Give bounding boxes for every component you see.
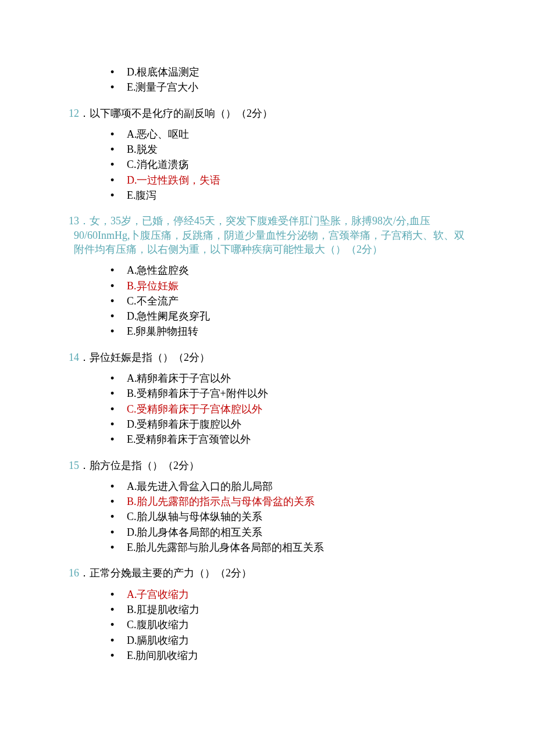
list-item: A.子宫收缩力 (110, 587, 466, 601)
list-item: D.胎儿身体各局部的相互关系 (110, 525, 466, 539)
list-item: B.脱发 (110, 142, 466, 156)
list-item: D.急性阑尾炎穿孔 (110, 309, 466, 323)
option-text: E.受精卵着床于宫颈管以外 (127, 433, 251, 445)
list-item: B.异位妊娠 (110, 279, 466, 293)
list-item: D.一过性跌倒，失语 (110, 173, 466, 187)
question-13-options: A.急性盆腔炎 B.异位妊娠 C.不全流产 D.急性阑尾炎穿孔 E.卵巢肿物扭转 (69, 263, 466, 338)
question-13: 13．女，35岁，已婚，停经45天，突发下腹难受伴肛门坠胀，脉搏98次/分,血压… (69, 214, 466, 256)
question-number: 15 (69, 460, 79, 471)
question-14: 14．异位妊娠是指（）（2分） (69, 350, 466, 364)
option-text: C.消化道溃疡 (127, 159, 189, 170)
list-item: E.胎儿先露部与胎儿身体各局部的相互关系 (110, 540, 466, 554)
option-text: A.子宫收缩力 (127, 589, 190, 600)
list-item: E.卵巢肿物扭转 (110, 324, 466, 338)
question-12: 12．以下哪项不是化疗的副反响（）（2分） (69, 106, 466, 120)
prev-question-options: D.根底体温测定 E.测量子宫大小 (69, 65, 466, 95)
option-text: D.受精卵着床于腹腔以外 (127, 418, 242, 430)
list-item: C.消化道溃疡 (110, 157, 466, 171)
list-item: A.恶心、呕吐 (110, 127, 466, 141)
option-text: B.脱发 (127, 144, 158, 155)
option-text: A.急性盆腔炎 (127, 264, 190, 276)
question-12-options: A.恶心、呕吐 B.脱发 C.消化道溃疡 D.一过性跌倒，失语 E.腹泻 (69, 127, 466, 202)
list-item: E.腹泻 (110, 188, 466, 202)
question-stem: ．女，35岁，已婚，停经45天，突发下腹难受伴肛门坠胀，脉搏98次/分,血压90… (74, 215, 465, 255)
page-content: D.根底体温测定 E.测量子宫大小 12．以下哪项不是化疗的副反响（）（2分） … (0, 0, 535, 721)
option-text: C.不全流产 (127, 295, 179, 307)
option-text: C.胎儿纵轴与母体纵轴的关系 (127, 511, 262, 522)
question-stem: ．异位妊娠是指（）（2分） (79, 352, 210, 363)
list-item: C.不全流产 (110, 294, 466, 308)
question-stem: ．胎方位是指（）（2分） (79, 460, 199, 471)
list-item: C.受精卵着床于子宫体腔以外 (110, 402, 466, 416)
option-text: E.测量子宫大小 (127, 81, 199, 93)
option-text: E.腹泻 (127, 189, 157, 201)
list-item: A.最先进入骨盆入口的胎儿局部 (110, 479, 466, 493)
question-16-options: A.子宫收缩力 B.肛提肌收缩力 C.腹肌收缩力 D.膈肌收缩力 E.肋间肌收缩… (69, 587, 466, 662)
question-15: 15．胎方位是指（）（2分） (69, 458, 466, 472)
question-number: 14 (69, 352, 79, 363)
list-item: D.根底体温测定 (110, 65, 466, 79)
question-14-options: A.精卵着床于子宫以外 B.受精卵着床于子宫+附件以外 C.受精卵着床于子宫体腔… (69, 371, 466, 446)
option-text: A.最先进入骨盆入口的胎儿局部 (127, 481, 273, 492)
question-number: 13 (69, 215, 79, 227)
option-text: D.胎儿身体各局部的相互关系 (127, 526, 263, 538)
list-item: C.腹肌收缩力 (110, 618, 466, 632)
list-item: B.受精卵着床于子宫+附件以外 (110, 386, 466, 400)
list-item: E.测量子宫大小 (110, 80, 466, 94)
option-text: D.急性阑尾炎穿孔 (127, 310, 211, 322)
option-text: C.受精卵着床于子宫体腔以外 (127, 403, 262, 415)
option-text: B.肛提肌收缩力 (127, 604, 199, 615)
list-item: A.精卵着床于子宫以外 (110, 371, 466, 385)
list-item: B.胎儿先露部的指示点与母体骨盆的关系 (110, 495, 466, 508)
option-text: E.肋间肌收缩力 (127, 650, 199, 661)
question-16: 16．正常分娩最主要的产力（）（2分） (69, 566, 466, 580)
list-item: E.肋间肌收缩力 (110, 648, 466, 662)
question-number: 12 (69, 108, 79, 119)
list-item: D.膈肌收缩力 (110, 633, 466, 647)
option-text: D.膈肌收缩力 (127, 635, 190, 646)
question-number: 16 (69, 567, 79, 579)
option-text: B.胎儿先露部的指示点与母体骨盆的关系 (127, 496, 315, 507)
option-text: B.受精卵着床于子宫+附件以外 (127, 388, 268, 399)
question-15-options: A.最先进入骨盆入口的胎儿局部 B.胎儿先露部的指示点与母体骨盆的关系 C.胎儿… (69, 479, 466, 554)
list-item: E.受精卵着床于宫颈管以外 (110, 432, 466, 446)
option-text: A.精卵着床于子宫以外 (127, 372, 231, 384)
list-item: C.胎儿纵轴与母体纵轴的关系 (110, 510, 466, 524)
option-text: C.腹肌收缩力 (127, 619, 189, 630)
question-stem: ．以下哪项不是化疗的副反响（）（2分） (79, 108, 273, 119)
list-item: A.急性盆腔炎 (110, 263, 466, 277)
option-text: E.卵巢肿物扭转 (127, 325, 199, 337)
question-stem: ．正常分娩最主要的产力（）（2分） (79, 567, 252, 579)
option-text: D.根底体温测定 (127, 66, 200, 78)
option-text: A.恶心、呕吐 (127, 128, 190, 140)
option-text: E.胎儿先露部与胎儿身体各局部的相互关系 (127, 542, 324, 553)
list-item: D.受精卵着床于腹腔以外 (110, 417, 466, 431)
list-item: B.肛提肌收缩力 (110, 603, 466, 617)
option-text: D.一过性跌倒，失语 (127, 174, 221, 186)
option-text: B.异位妊娠 (127, 280, 179, 292)
